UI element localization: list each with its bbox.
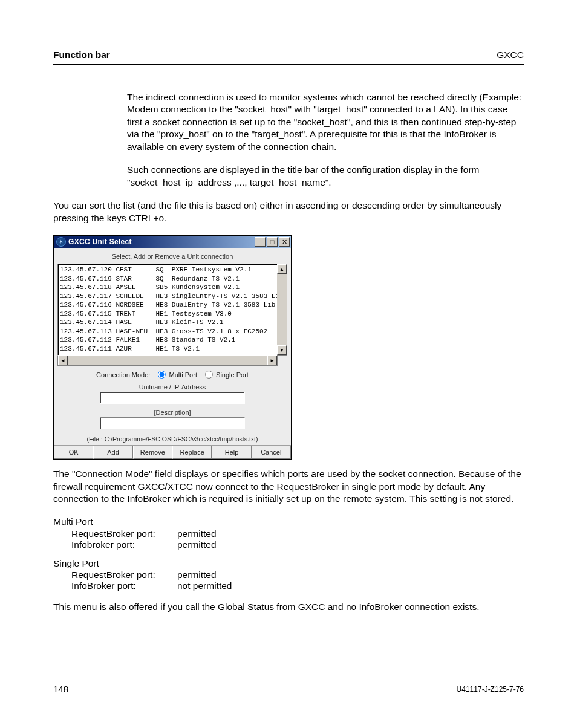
multi-port-section: Multi Port RequestBroker port: permitted… xyxy=(53,516,524,550)
multi-port-rb-label: RequestBroker port: xyxy=(71,528,177,539)
header-product: GXCC xyxy=(497,50,524,60)
unit-listbox[interactable]: 123.45.67.120 CEST SQ PXRE-Testsystem V2… xyxy=(57,264,282,356)
multi-port-radio[interactable] xyxy=(158,371,166,379)
dialog-button-row: OK Add Remove Replace Help Cancel xyxy=(54,445,291,459)
dialog-title: GXCC Unit Select xyxy=(68,238,253,246)
scroll-down-icon[interactable]: ▼ xyxy=(277,345,287,355)
multi-port-ib-label: Infobroker port: xyxy=(71,539,177,550)
single-port-section: Single Port RequestBroker port: permitte… xyxy=(53,557,524,591)
help-button[interactable]: Help xyxy=(212,446,251,459)
scroll-left-icon[interactable]: ◄ xyxy=(58,356,68,365)
single-port-row-1: RequestBroker port: permitted xyxy=(71,570,524,580)
body-paragraph-5: This menu is also offered if you call th… xyxy=(53,601,524,613)
page-header: Function bar GXCC xyxy=(53,50,524,65)
horizontal-scrollbar[interactable]: ◄ ► xyxy=(57,356,278,366)
multi-port-rb-value: permitted xyxy=(177,528,217,539)
multi-port-row-1: RequestBroker port: permitted xyxy=(71,528,524,539)
page-number: 148 xyxy=(53,684,68,694)
page-footer: 148 U41117-J-Z125-7-76 xyxy=(53,680,524,694)
doc-id: U41117-J-Z125-7-76 xyxy=(457,684,524,694)
single-port-row-2: InfoBroker port: not permitted xyxy=(71,580,524,591)
description-label: [Description] xyxy=(57,406,287,417)
scroll-right-icon[interactable]: ► xyxy=(267,356,277,365)
body-paragraph-2: Such connections are displayed in the ti… xyxy=(127,164,524,189)
connection-mode-group: Connection Mode: Multi Port Single Port xyxy=(57,366,287,381)
multi-port-radio-label: Multi Port xyxy=(169,371,197,379)
body-paragraph-1: The indirect connection is used to monit… xyxy=(127,91,524,153)
single-port-ib-value: not permitted xyxy=(177,580,232,591)
file-path-line: (File : C:/Programme/FSC OSD/FSC/v3cc/xt… xyxy=(57,432,287,444)
maximize-button[interactable]: □ xyxy=(267,237,278,247)
minimize-button[interactable]: _ xyxy=(255,237,266,247)
single-port-rb-label: RequestBroker port: xyxy=(71,570,177,580)
connection-mode-label: Connection Mode: xyxy=(96,371,150,379)
add-button[interactable]: Add xyxy=(93,446,132,459)
single-port-radio-label: Single Port xyxy=(216,371,249,379)
app-icon: ✶ xyxy=(56,237,66,247)
unitname-label: Unitname / IP-Address xyxy=(57,381,287,392)
body-paragraph-3: You can sort the list (and the file this… xyxy=(53,200,524,224)
scroll-up-icon[interactable]: ▲ xyxy=(277,264,287,274)
close-button[interactable]: ✕ xyxy=(279,237,290,247)
replace-button[interactable]: Replace xyxy=(172,446,212,459)
ok-button[interactable]: OK xyxy=(54,446,93,459)
single-port-rb-value: permitted xyxy=(177,570,217,580)
multi-port-row-2: Infobroker port: permitted xyxy=(71,539,524,550)
cancel-button[interactable]: Cancel xyxy=(252,446,291,459)
multi-port-ib-value: permitted xyxy=(177,539,217,550)
unit-select-dialog: ✶ GXCC Unit Select _ □ ✕ Select, Add or … xyxy=(53,235,292,460)
unitname-input[interactable] xyxy=(100,392,245,404)
single-port-radio[interactable] xyxy=(205,371,213,379)
body-paragraph-4: The "Connection Mode" field displays or … xyxy=(53,468,524,505)
dialog-titlebar[interactable]: ✶ GXCC Unit Select _ □ ✕ xyxy=(54,236,291,248)
header-section: Function bar xyxy=(53,50,110,60)
description-input[interactable] xyxy=(100,417,245,429)
remove-button[interactable]: Remove xyxy=(133,446,172,459)
vertical-scrollbar[interactable]: ▲ ▼ xyxy=(277,264,287,356)
single-port-ib-label: InfoBroker port: xyxy=(71,580,177,591)
single-port-heading: Single Port xyxy=(53,557,524,570)
dialog-subtitle: Select, Add or Remove a Unit connection xyxy=(57,250,287,264)
multi-port-heading: Multi Port xyxy=(53,516,524,528)
